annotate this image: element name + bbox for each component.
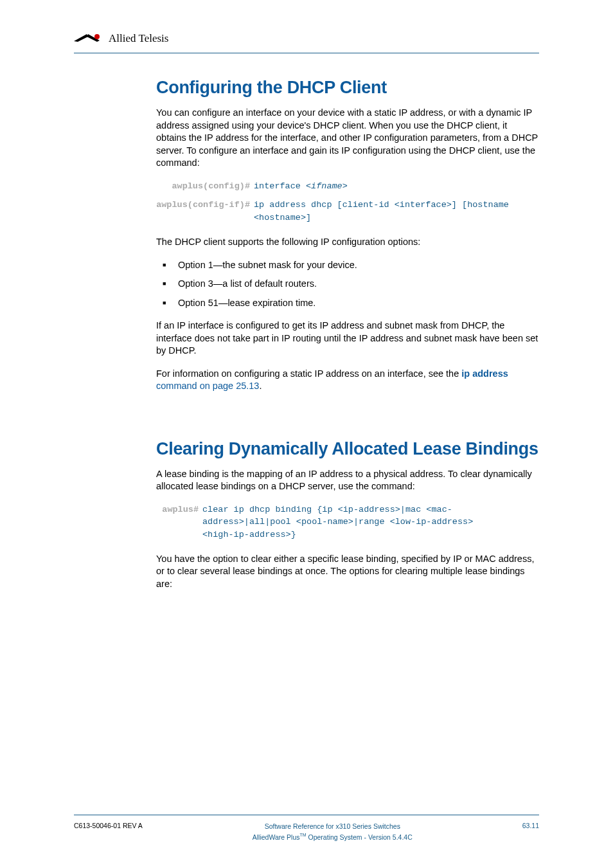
command-row: awplus(config)# interface <ifname> [156,180,539,193]
footer-title: Software Reference for x310 Series Switc… [143,822,522,832]
ip-address-link[interactable]: ip address [461,368,508,379]
routing-note: If an IP interface is configured to get … [156,320,539,357]
section-heading-configuring: Configuring the DHCP Client [156,78,539,98]
reference-paragraph: For information on configuring a static … [156,368,539,393]
command-row: awplus# clear ip dhcp binding {ip <ip-ad… [156,503,539,541]
page-header: Allied Telesis [74,32,539,45]
list-item: Option 3—a list of default routers. [156,277,539,290]
cmd-text: interface <ifname> [254,180,348,193]
cmd-prompt: awplus(config)# [156,180,254,193]
company-name: Allied Telesis [109,32,168,45]
svg-marker-0 [74,34,88,42]
command-row: awplus(config-if)# ip address dhcp [clie… [156,199,539,224]
list-item: Option 1—the subnet mask for your device… [156,258,539,271]
intro-paragraph: You can configure an interface on your d… [156,107,539,170]
options-list: Option 1—the subnet mask for your device… [156,258,539,309]
footer-subtitle: AlliedWare PlusTM Operating System - Ver… [143,832,522,842]
allied-telesis-logo-icon [74,33,105,44]
clearing-post: You have the option to clear either a sp… [156,553,539,591]
clearing-intro: A lease binding is the mapping of an IP … [156,468,539,493]
footer-doc-id: C613-50046-01 REV A [74,822,143,829]
command-block-1: awplus(config)# interface <ifname> awplu… [156,180,539,224]
section-heading-clearing: Clearing Dynamically Allocated Lease Bin… [156,439,539,459]
ip-address-link-page[interactable]: command on page 25.13 [156,381,259,391]
header-divider [74,53,539,53]
list-item: Option 51—lease expiration time. [156,296,539,309]
cmd-prompt: awplus(config-if)# [156,199,254,212]
footer-page-number: 63.11 [522,822,539,829]
footer-center: Software Reference for x310 Series Switc… [143,822,522,842]
footer-divider [74,815,539,815]
main-content: Configuring the DHCP Client You can conf… [156,78,539,590]
options-intro: The DHCP client supports the following I… [156,236,539,249]
command-block-2: awplus# clear ip dhcp binding {ip <ip-ad… [156,503,539,541]
cmd-text: clear ip dhcp binding {ip <ip-address>|m… [202,503,504,541]
page-footer: C613-50046-01 REV A Software Reference f… [0,815,613,842]
svg-point-2 [94,34,100,39]
cmd-text: ip address dhcp [client-id <interface>] … [254,199,524,224]
cmd-prompt: awplus# [156,503,202,516]
